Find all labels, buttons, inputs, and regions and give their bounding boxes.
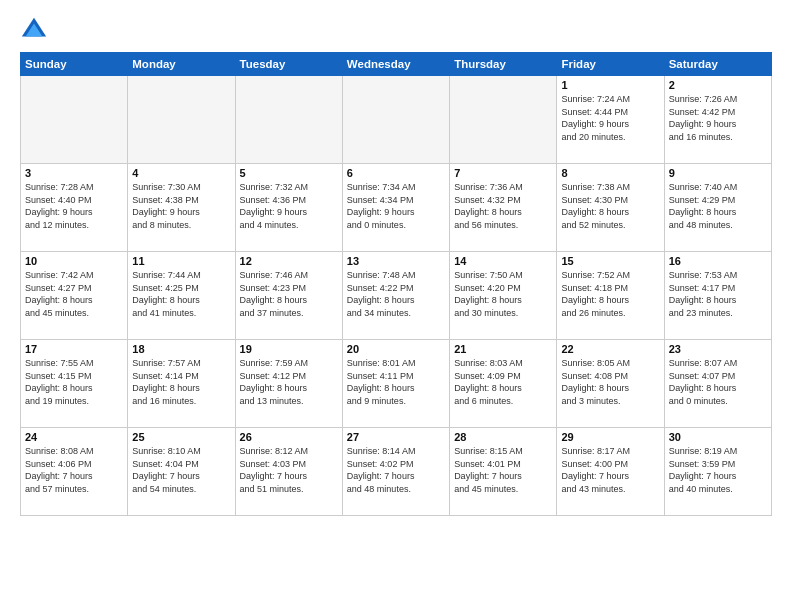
week-row-2: 3Sunrise: 7:28 AM Sunset: 4:40 PM Daylig… [21,164,772,252]
day-info: Sunrise: 7:40 AM Sunset: 4:29 PM Dayligh… [669,181,767,231]
calendar-cell: 25Sunrise: 8:10 AM Sunset: 4:04 PM Dayli… [128,428,235,516]
day-info: Sunrise: 8:07 AM Sunset: 4:07 PM Dayligh… [669,357,767,407]
day-number: 11 [132,255,230,267]
day-info: Sunrise: 7:24 AM Sunset: 4:44 PM Dayligh… [561,93,659,143]
day-number: 14 [454,255,552,267]
calendar-cell: 1Sunrise: 7:24 AM Sunset: 4:44 PM Daylig… [557,76,664,164]
calendar-cell: 16Sunrise: 7:53 AM Sunset: 4:17 PM Dayli… [664,252,771,340]
calendar-cell: 30Sunrise: 8:19 AM Sunset: 3:59 PM Dayli… [664,428,771,516]
day-number: 25 [132,431,230,443]
day-number: 19 [240,343,338,355]
day-info: Sunrise: 8:12 AM Sunset: 4:03 PM Dayligh… [240,445,338,495]
day-number: 9 [669,167,767,179]
day-number: 29 [561,431,659,443]
calendar-cell: 18Sunrise: 7:57 AM Sunset: 4:14 PM Dayli… [128,340,235,428]
day-number: 5 [240,167,338,179]
day-info: Sunrise: 7:53 AM Sunset: 4:17 PM Dayligh… [669,269,767,319]
calendar-cell [450,76,557,164]
calendar-cell: 28Sunrise: 8:15 AM Sunset: 4:01 PM Dayli… [450,428,557,516]
calendar-cell: 26Sunrise: 8:12 AM Sunset: 4:03 PM Dayli… [235,428,342,516]
day-number: 1 [561,79,659,91]
calendar-cell: 27Sunrise: 8:14 AM Sunset: 4:02 PM Dayli… [342,428,449,516]
calendar-cell: 11Sunrise: 7:44 AM Sunset: 4:25 PM Dayli… [128,252,235,340]
day-info: Sunrise: 7:59 AM Sunset: 4:12 PM Dayligh… [240,357,338,407]
calendar-cell: 10Sunrise: 7:42 AM Sunset: 4:27 PM Dayli… [21,252,128,340]
day-info: Sunrise: 8:17 AM Sunset: 4:00 PM Dayligh… [561,445,659,495]
weekday-header-sunday: Sunday [21,53,128,76]
calendar-cell: 3Sunrise: 7:28 AM Sunset: 4:40 PM Daylig… [21,164,128,252]
week-row-4: 17Sunrise: 7:55 AM Sunset: 4:15 PM Dayli… [21,340,772,428]
page: SundayMondayTuesdayWednesdayThursdayFrid… [0,0,792,612]
calendar-cell: 24Sunrise: 8:08 AM Sunset: 4:06 PM Dayli… [21,428,128,516]
day-info: Sunrise: 8:08 AM Sunset: 4:06 PM Dayligh… [25,445,123,495]
calendar-cell [235,76,342,164]
calendar-cell [128,76,235,164]
calendar-cell: 4Sunrise: 7:30 AM Sunset: 4:38 PM Daylig… [128,164,235,252]
day-number: 12 [240,255,338,267]
day-number: 13 [347,255,445,267]
day-info: Sunrise: 8:15 AM Sunset: 4:01 PM Dayligh… [454,445,552,495]
header [20,16,772,44]
weekday-header-tuesday: Tuesday [235,53,342,76]
day-number: 16 [669,255,767,267]
weekday-header-thursday: Thursday [450,53,557,76]
calendar-cell: 2Sunrise: 7:26 AM Sunset: 4:42 PM Daylig… [664,76,771,164]
day-number: 2 [669,79,767,91]
calendar-cell: 19Sunrise: 7:59 AM Sunset: 4:12 PM Dayli… [235,340,342,428]
day-number: 22 [561,343,659,355]
weekday-header-saturday: Saturday [664,53,771,76]
day-info: Sunrise: 8:01 AM Sunset: 4:11 PM Dayligh… [347,357,445,407]
day-info: Sunrise: 7:55 AM Sunset: 4:15 PM Dayligh… [25,357,123,407]
calendar-cell: 23Sunrise: 8:07 AM Sunset: 4:07 PM Dayli… [664,340,771,428]
day-number: 21 [454,343,552,355]
calendar-cell: 14Sunrise: 7:50 AM Sunset: 4:20 PM Dayli… [450,252,557,340]
day-number: 24 [25,431,123,443]
day-info: Sunrise: 7:38 AM Sunset: 4:30 PM Dayligh… [561,181,659,231]
calendar-cell [21,76,128,164]
day-info: Sunrise: 7:30 AM Sunset: 4:38 PM Dayligh… [132,181,230,231]
day-info: Sunrise: 7:44 AM Sunset: 4:25 PM Dayligh… [132,269,230,319]
calendar-cell: 7Sunrise: 7:36 AM Sunset: 4:32 PM Daylig… [450,164,557,252]
day-info: Sunrise: 7:48 AM Sunset: 4:22 PM Dayligh… [347,269,445,319]
day-number: 20 [347,343,445,355]
day-number: 28 [454,431,552,443]
calendar-cell: 17Sunrise: 7:55 AM Sunset: 4:15 PM Dayli… [21,340,128,428]
calendar-cell: 21Sunrise: 8:03 AM Sunset: 4:09 PM Dayli… [450,340,557,428]
day-number: 18 [132,343,230,355]
day-number: 4 [132,167,230,179]
logo-icon [20,16,48,44]
day-info: Sunrise: 7:57 AM Sunset: 4:14 PM Dayligh… [132,357,230,407]
day-info: Sunrise: 7:34 AM Sunset: 4:34 PM Dayligh… [347,181,445,231]
logo [20,16,52,44]
weekday-header-friday: Friday [557,53,664,76]
calendar-cell: 8Sunrise: 7:38 AM Sunset: 4:30 PM Daylig… [557,164,664,252]
weekday-header-wednesday: Wednesday [342,53,449,76]
day-info: Sunrise: 8:05 AM Sunset: 4:08 PM Dayligh… [561,357,659,407]
day-number: 8 [561,167,659,179]
day-number: 15 [561,255,659,267]
day-info: Sunrise: 8:03 AM Sunset: 4:09 PM Dayligh… [454,357,552,407]
calendar-cell: 12Sunrise: 7:46 AM Sunset: 4:23 PM Dayli… [235,252,342,340]
day-info: Sunrise: 7:52 AM Sunset: 4:18 PM Dayligh… [561,269,659,319]
week-row-1: 1Sunrise: 7:24 AM Sunset: 4:44 PM Daylig… [21,76,772,164]
day-number: 7 [454,167,552,179]
day-info: Sunrise: 7:46 AM Sunset: 4:23 PM Dayligh… [240,269,338,319]
day-number: 23 [669,343,767,355]
calendar-cell: 6Sunrise: 7:34 AM Sunset: 4:34 PM Daylig… [342,164,449,252]
calendar-cell: 9Sunrise: 7:40 AM Sunset: 4:29 PM Daylig… [664,164,771,252]
calendar-cell: 22Sunrise: 8:05 AM Sunset: 4:08 PM Dayli… [557,340,664,428]
day-number: 27 [347,431,445,443]
weekday-header-monday: Monday [128,53,235,76]
calendar-cell: 15Sunrise: 7:52 AM Sunset: 4:18 PM Dayli… [557,252,664,340]
day-info: Sunrise: 7:50 AM Sunset: 4:20 PM Dayligh… [454,269,552,319]
day-number: 10 [25,255,123,267]
day-info: Sunrise: 8:14 AM Sunset: 4:02 PM Dayligh… [347,445,445,495]
day-number: 17 [25,343,123,355]
day-number: 3 [25,167,123,179]
week-row-5: 24Sunrise: 8:08 AM Sunset: 4:06 PM Dayli… [21,428,772,516]
calendar-cell: 13Sunrise: 7:48 AM Sunset: 4:22 PM Dayli… [342,252,449,340]
calendar-cell: 29Sunrise: 8:17 AM Sunset: 4:00 PM Dayli… [557,428,664,516]
weekday-header-row: SundayMondayTuesdayWednesdayThursdayFrid… [21,53,772,76]
calendar-cell: 20Sunrise: 8:01 AM Sunset: 4:11 PM Dayli… [342,340,449,428]
calendar: SundayMondayTuesdayWednesdayThursdayFrid… [20,52,772,516]
